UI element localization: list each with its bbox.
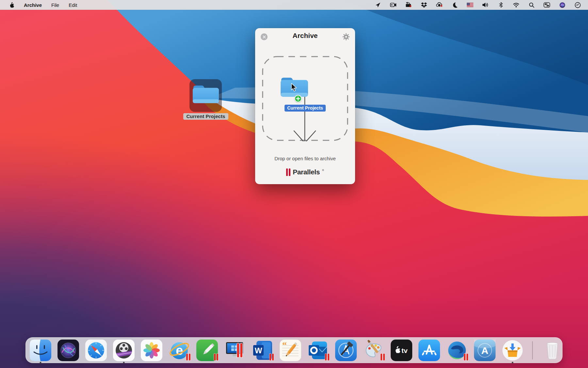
dock-apple-tv-icon[interactable]: tv: [391, 340, 412, 361]
dragged-folder-label: Current Projects: [285, 105, 326, 112]
gear-icon[interactable]: [342, 33, 350, 41]
parallels-badge-icon: [270, 354, 274, 360]
dock-finder-icon[interactable]: [30, 340, 51, 361]
dock-archive-tool-icon[interactable]: [502, 340, 523, 361]
input-source-us-flag-icon[interactable]: [467, 2, 473, 8]
dock-paint-icon[interactable]: [363, 340, 384, 361]
dock-outlook-icon[interactable]: [307, 340, 329, 361]
dock-photos-icon[interactable]: [141, 340, 162, 361]
dock-safari-icon[interactable]: [85, 340, 107, 361]
dock-app-store-icon[interactable]: [418, 340, 440, 361]
dock-video-player-icon[interactable]: [113, 340, 135, 361]
running-indicator: [40, 362, 41, 363]
menu-file[interactable]: File: [51, 2, 59, 8]
volume-icon[interactable]: [482, 2, 489, 8]
dock-internet-explorer-icon[interactable]: e: [169, 340, 190, 361]
drop-hint-text: Drop or open files to archive: [255, 156, 355, 161]
menu-bar: Archive File Edit: [0, 0, 588, 10]
dock-separator: [532, 341, 533, 359]
dock-word-icon[interactable]: W: [252, 340, 273, 361]
desktop-folder-icon[interactable]: [191, 82, 220, 105]
control-center-icon[interactable]: [544, 2, 550, 8]
parallels-access-icon[interactable]: [436, 2, 443, 8]
mouse-cursor-icon: [290, 83, 298, 92]
svg-text:A: A: [481, 345, 488, 356]
copy-plus-badge-icon: [294, 95, 302, 102]
screen-recording-icon[interactable]: [390, 2, 397, 8]
wifi-icon[interactable]: [513, 2, 519, 8]
desktop-folder-label: Current Projects: [165, 113, 247, 120]
dock-trash-icon[interactable]: [542, 340, 563, 361]
svg-text:“: “: [282, 340, 287, 350]
parallels-badge-icon: [381, 354, 385, 360]
parallels-badge-icon: [464, 354, 468, 360]
running-indicator: [512, 362, 514, 363]
dock-edge-icon[interactable]: [446, 340, 468, 361]
dock-green-notes-icon[interactable]: [196, 340, 218, 361]
menu-edit[interactable]: Edit: [69, 2, 77, 8]
parallels-badge-icon: [325, 354, 330, 360]
parallels-bars-icon: [286, 168, 290, 176]
window-title: Archive: [255, 32, 355, 40]
location-icon[interactable]: [375, 2, 381, 8]
parallels-wordmark: Parallels: [293, 168, 320, 176]
parallels-badge-icon: [214, 354, 219, 360]
desktop-screen: Archive File Edit: [0, 0, 588, 368]
do-not-disturb-moon-icon[interactable]: [451, 2, 458, 8]
apple-menu-icon[interactable]: [8, 2, 14, 8]
dock: e: [25, 337, 563, 363]
parallels-toolbox-icon[interactable]: [405, 2, 412, 8]
spotlight-search-icon[interactable]: [528, 2, 535, 8]
archive-window: Archive: [255, 28, 355, 184]
dock-xcode-icon[interactable]: [335, 340, 357, 361]
parallels-badge-icon: [186, 354, 191, 360]
bluetooth-icon[interactable]: [498, 2, 504, 8]
parallels-logo: Parallels ®: [255, 168, 355, 176]
siri-menu-icon[interactable]: [559, 2, 565, 8]
menu-app-name[interactable]: Archive: [24, 2, 42, 8]
dock-parallels-desktop-windows-vm-icon[interactable]: [224, 340, 246, 361]
svg-text:tv: tv: [401, 347, 408, 354]
running-indicator: [123, 362, 125, 363]
dock-pages-icon[interactable]: “: [280, 340, 301, 361]
dropbox-icon[interactable]: [421, 2, 427, 8]
dock-siri-icon[interactable]: [57, 340, 79, 361]
svg-text:W: W: [255, 346, 262, 355]
clock-icon[interactable]: [574, 2, 581, 8]
dock-app-store-classic-icon[interactable]: A: [474, 340, 496, 361]
